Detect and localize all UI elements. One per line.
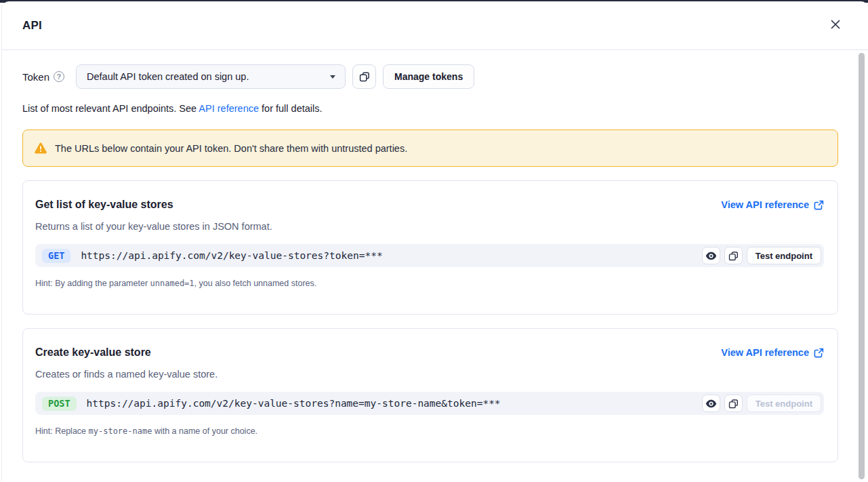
eye-icon — [705, 399, 717, 408]
card-description: Creates or finds a named key-value store… — [35, 369, 824, 380]
endpoint-actions: Test endpoint — [702, 247, 821, 264]
copy-url-button[interactable] — [724, 395, 743, 412]
warning-banner: The URLs below contain your API token. D… — [22, 129, 838, 167]
endpoint-card-get-list: Get list of key-value stores View API re… — [22, 180, 838, 315]
endpoint-actions: Test endpoint — [702, 395, 821, 412]
external-link-icon — [814, 348, 824, 358]
view-api-reference-link[interactable]: View API reference — [721, 347, 824, 358]
close-icon — [830, 19, 841, 30]
external-link-icon — [814, 200, 824, 210]
endpoint-row: POST https://api.apify.com/v2/key-value-… — [35, 392, 824, 415]
card-head: Get list of key-value stores View API re… — [35, 199, 824, 211]
show-token-button[interactable] — [702, 395, 720, 412]
endpoint-url: https://api.apify.com/v2/key-value-store… — [81, 250, 382, 261]
endpoint-url: https://api.apify.com/v2/key-value-store… — [87, 398, 501, 409]
card-description: Returns a list of your key-value stores … — [35, 221, 824, 232]
card-head: Create key-value store View API referenc… — [35, 346, 824, 359]
manage-tokens-button[interactable]: Manage tokens — [383, 64, 474, 89]
method-badge: POST — [42, 397, 77, 411]
endpoint-row: GET https://api.apify.com/v2/key-value-s… — [35, 244, 824, 267]
card-title: Get list of key-value stores — [35, 199, 173, 211]
view-api-reference-label: View API reference — [721, 199, 809, 210]
warning-triangle-icon — [34, 142, 47, 155]
view-api-reference-label: View API reference — [721, 347, 809, 358]
close-button[interactable] — [829, 19, 842, 33]
intro-text: List of most relevant API endpoints. See… — [22, 103, 838, 114]
eye-icon — [705, 252, 717, 260]
endpoint-card-create-store: Create key-value store View API referenc… — [22, 328, 838, 462]
intro-before: List of most relevant API endpoints. See — [22, 103, 199, 114]
copy-icon — [728, 399, 739, 409]
modal-body: Token ? Default API token created on sig… — [2, 50, 868, 482]
scrollbar-thumb[interactable] — [859, 53, 865, 479]
hint-after: with a name of your choice. — [152, 426, 257, 436]
show-token-button[interactable] — [702, 247, 720, 264]
endpoint-hint: Hint: By adding the parameter unnamed=1,… — [35, 279, 824, 288]
test-endpoint-button[interactable]: Test endpoint — [747, 395, 821, 412]
hint-code: unnamed=1 — [150, 279, 194, 288]
help-icon[interactable]: ? — [54, 71, 64, 82]
chevron-down-icon — [330, 75, 335, 79]
token-row: Token ? Default API token created on sig… — [22, 64, 838, 89]
copy-icon — [359, 71, 370, 82]
warning-text: The URLs below contain your API token. D… — [55, 143, 407, 154]
method-badge: GET — [42, 249, 70, 263]
hint-before: Hint: By adding the parameter — [35, 279, 150, 288]
copy-token-button[interactable] — [352, 64, 376, 89]
endpoint-hint: Hint: Replace my-store-name with a name … — [35, 426, 824, 436]
token-dropdown-value: Default API token created on sign up. — [87, 71, 330, 82]
test-endpoint-button[interactable]: Test endpoint — [747, 247, 821, 264]
modal-header: API — [2, 1, 868, 50]
card-title: Create key-value store — [35, 346, 151, 359]
api-modal: API Token ? Default API token created on… — [2, 1, 868, 482]
token-dropdown[interactable]: Default API token created on sign up. — [76, 64, 346, 89]
api-reference-link[interactable]: API reference — [199, 103, 259, 114]
hint-code: my-store-name — [89, 426, 152, 436]
page-title: API — [22, 19, 42, 33]
intro-after: for full details. — [259, 103, 323, 114]
view-api-reference-link[interactable]: View API reference — [721, 199, 824, 210]
hint-before: Hint: Replace — [35, 426, 89, 436]
token-label: Token — [22, 71, 49, 83]
copy-url-button[interactable] — [724, 247, 743, 264]
copy-icon — [728, 251, 739, 261]
hint-after: , you also fetch unnamed stores. — [194, 279, 317, 288]
